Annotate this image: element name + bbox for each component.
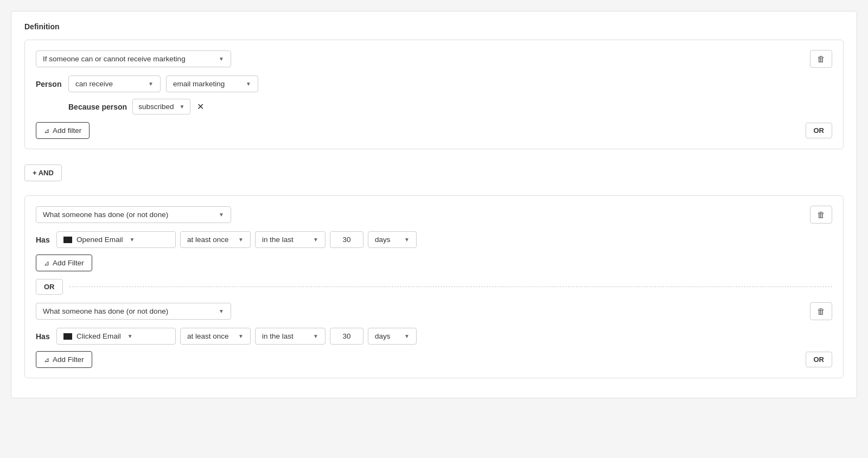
add-filter-button-1[interactable]: ⊿ Add filter <box>36 122 90 139</box>
delete-block3-button[interactable]: 🗑 <box>810 302 832 320</box>
clicked-email-label: Clicked Email <box>76 332 121 340</box>
unit-label-1: days <box>375 236 391 244</box>
chevron-down-icon-7: ▼ <box>238 237 244 243</box>
clicked-email-row: Has Clicked Email ▼ at least once ▼ in t… <box>36 328 832 345</box>
chevron-down-icon-6: ▼ <box>130 237 135 243</box>
block1-bottom-row: ⊿ Add filter OR <box>36 122 832 139</box>
or-divider-line-1 <box>69 287 833 287</box>
chevron-down-icon-11: ▼ <box>127 333 133 339</box>
email-marketing-dropdown[interactable]: email marketing ▼ <box>166 75 258 92</box>
and-section: + AND <box>24 156 844 190</box>
time-qualifier-dropdown-1[interactable]: in the last ▼ <box>255 231 326 248</box>
frequency-dropdown-2[interactable]: at least once ▼ <box>180 328 251 345</box>
add-filter-label-3: Add Filter <box>53 355 84 364</box>
chevron-down-icon-13: ▼ <box>313 333 318 339</box>
delete-block1-button[interactable]: 🗑 <box>810 50 832 68</box>
time-qualifier-label-1: in the last <box>262 236 293 244</box>
because-row: Because person subscribed ▼ ✕ <box>36 99 832 114</box>
add-filter-label-2: Add Filter <box>53 259 84 267</box>
or-button-2[interactable]: OR <box>36 279 63 295</box>
subscribed-label: subscribed <box>138 103 174 111</box>
chevron-down-icon-5: ▼ <box>219 212 224 218</box>
block2-filter-row: ⊿ Add Filter <box>36 255 832 271</box>
event-flag-icon-2 <box>63 333 72 340</box>
frequency-label-2: at least once <box>187 332 229 340</box>
marketing-condition-dropdown[interactable]: If someone can or cannot receive marketi… <box>36 50 231 67</box>
number-input-2[interactable] <box>330 328 363 345</box>
chevron-down-icon-2: ▼ <box>148 81 154 87</box>
definition-title: Definition <box>24 22 844 31</box>
can-receive-dropdown[interactable]: can receive ▼ <box>68 75 161 92</box>
unit-dropdown-2[interactable]: days ▼ <box>368 328 417 345</box>
has-done-label-2: What someone has done (or not done) <box>43 307 168 315</box>
frequency-dropdown-1[interactable]: at least once ▼ <box>180 231 251 248</box>
has-label-1: Has <box>36 236 52 244</box>
opened-email-row: Has Opened Email ▼ at least once ▼ in th… <box>36 231 832 248</box>
block3-bottom-row: ⊿ Add Filter OR <box>36 351 832 368</box>
chevron-down-icon-8: ▼ <box>313 237 318 243</box>
filter-icon-2: ⊿ <box>44 259 49 267</box>
person-row: Person can receive ▼ email marketing ▼ <box>36 75 832 92</box>
filter-icon-1: ⊿ <box>44 127 49 135</box>
time-qualifier-dropdown-2[interactable]: in the last ▼ <box>255 328 326 345</box>
condition-block-1: If someone can or cannot receive marketi… <box>24 40 844 149</box>
marketing-condition-label: If someone can or cannot receive marketi… <box>43 55 186 63</box>
remove-subscribed-button[interactable]: ✕ <box>197 101 204 112</box>
has-done-dropdown-1[interactable]: What someone has done (or not done) ▼ <box>36 206 231 223</box>
email-marketing-label: email marketing <box>173 80 225 88</box>
can-receive-label: can receive <box>75 80 113 88</box>
add-filter-button-3[interactable]: ⊿ Add Filter <box>36 351 92 368</box>
chevron-down-icon-4: ▼ <box>179 104 184 110</box>
event-flag-icon-1 <box>63 237 72 243</box>
or-button-3[interactable]: OR <box>806 352 833 367</box>
delete-block2-button[interactable]: 🗑 <box>810 206 832 224</box>
condition-block-2: What someone has done (or not done) ▼ 🗑 … <box>24 195 844 378</box>
has-label-2: Has <box>36 332 52 341</box>
chevron-down-icon-14: ▼ <box>404 333 410 339</box>
page-container: Definition If someone can or cannot rece… <box>11 11 857 398</box>
block1-top-row: If someone can or cannot receive marketi… <box>36 50 832 68</box>
or-button-1[interactable]: OR <box>806 123 833 138</box>
chevron-down-icon-12: ▼ <box>238 333 244 339</box>
unit-label-2: days <box>375 332 391 340</box>
opened-email-label: Opened Email <box>76 236 123 244</box>
filter-icon-3: ⊿ <box>44 356 49 364</box>
has-done-dropdown-2[interactable]: What someone has done (or not done) ▼ <box>36 303 231 320</box>
number-input-1[interactable] <box>330 231 363 248</box>
has-done-label-1: What someone has done (or not done) <box>43 211 168 219</box>
time-qualifier-label-2: in the last <box>262 332 293 340</box>
and-button[interactable]: + AND <box>24 164 62 181</box>
add-filter-button-2[interactable]: ⊿ Add Filter <box>36 255 92 271</box>
opened-email-dropdown[interactable]: Opened Email ▼ <box>56 231 176 248</box>
frequency-label-1: at least once <box>187 236 229 244</box>
chevron-down-icon-3: ▼ <box>246 81 251 87</box>
subscribed-dropdown[interactable]: subscribed ▼ <box>132 99 190 114</box>
person-label: Person <box>36 80 63 88</box>
clicked-email-dropdown[interactable]: Clicked Email ▼ <box>56 328 176 345</box>
add-filter-label-1: Add filter <box>53 126 81 135</box>
chevron-down-icon-9: ▼ <box>404 237 410 243</box>
chevron-down-icon-10: ▼ <box>219 308 224 314</box>
unit-dropdown-1[interactable]: days ▼ <box>368 231 417 248</box>
chevron-down-icon: ▼ <box>219 56 224 62</box>
because-label: Because person <box>68 103 127 111</box>
block2-top-row: What someone has done (or not done) ▼ 🗑 <box>36 206 832 224</box>
or-divider-1: OR <box>36 279 832 295</box>
block3-top-row: What someone has done (or not done) ▼ 🗑 <box>36 302 832 320</box>
